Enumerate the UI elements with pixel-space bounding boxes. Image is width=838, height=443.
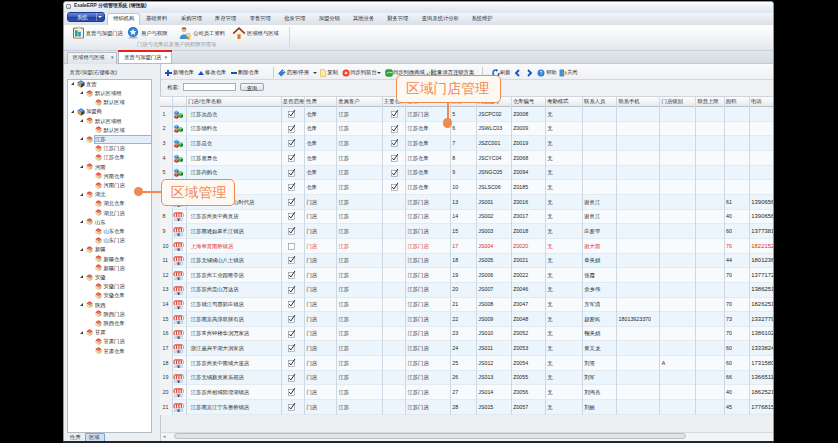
svg-text:?: ?	[540, 70, 543, 76]
